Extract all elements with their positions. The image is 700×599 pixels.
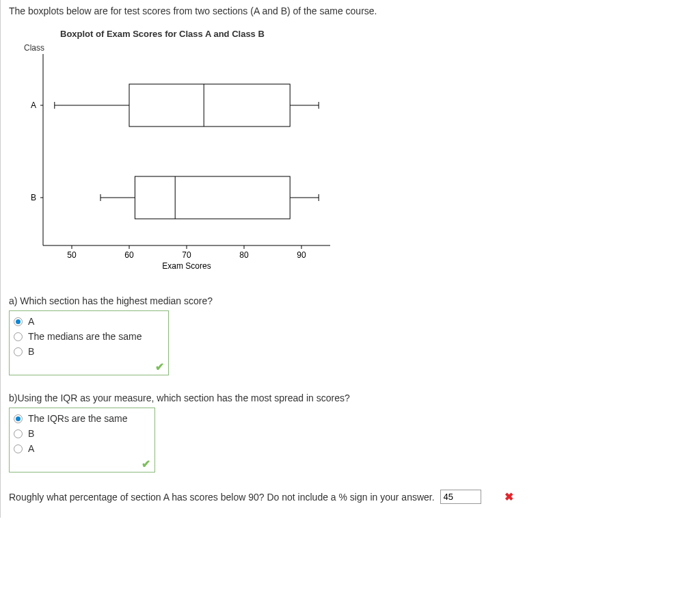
y-axis-label: Class	[24, 43, 692, 53]
option-row[interactable]: B	[14, 344, 164, 359]
option-label: B	[28, 428, 34, 439]
option-label: A	[28, 316, 34, 327]
radio-button[interactable]	[14, 444, 23, 453]
svg-text:80: 80	[239, 250, 249, 260]
question-a-prompt: a) Which section has the highest median …	[9, 295, 692, 306]
radio-button[interactable]	[14, 347, 23, 356]
radio-button[interactable]	[14, 414, 23, 423]
svg-text:50: 50	[67, 250, 77, 260]
svg-text:90: 90	[297, 250, 306, 260]
svg-rect-27	[135, 176, 290, 219]
option-row[interactable]: A	[14, 314, 164, 329]
option-label: A	[28, 443, 34, 454]
radio-button[interactable]	[14, 429, 23, 438]
intro-text: The boxplots below are for test scores f…	[9, 5, 692, 16]
svg-text:Exam Scores: Exam Scores	[162, 261, 211, 271]
question-c-input[interactable]	[440, 490, 481, 504]
option-label: The IQRs are the same	[28, 413, 128, 424]
radio-button[interactable]	[14, 317, 23, 326]
cross-icon: ✖	[504, 490, 513, 503]
option-label: The medians are the same	[28, 331, 142, 342]
radio-button[interactable]	[14, 332, 23, 341]
question-b-answer-box: The IQRs are the sameBA ✔	[9, 408, 155, 472]
svg-text:70: 70	[182, 250, 191, 260]
svg-text:60: 60	[124, 250, 134, 260]
option-label: B	[28, 346, 34, 357]
question-a-answer-box: AThe medians are the sameB ✔	[9, 310, 169, 375]
option-row[interactable]: The IQRs are the same	[14, 411, 150, 426]
checkmark-icon: ✔	[142, 458, 150, 470]
question-c: Roughly what percentage of section A has…	[9, 490, 692, 504]
svg-text:B: B	[31, 193, 36, 202]
question-c-prompt: Roughly what percentage of section A has…	[9, 492, 435, 503]
question-b: b)Using the IQR as your measure, which s…	[9, 392, 692, 472]
question-b-prompt: b)Using the IQR as your measure, which s…	[9, 392, 692, 403]
checkmark-icon: ✔	[155, 361, 164, 373]
boxplot-svg: 5060708090Exam ScoresAB	[23, 54, 337, 273]
option-row[interactable]: B	[14, 426, 150, 441]
question-a: a) Which section has the highest median …	[9, 295, 692, 375]
svg-rect-21	[129, 84, 290, 127]
option-row[interactable]: The medians are the same	[14, 329, 164, 344]
svg-text:A: A	[31, 101, 36, 110]
chart-title: Boxplot of Exam Scores for Class A and C…	[60, 29, 692, 39]
option-row[interactable]: A	[14, 441, 150, 456]
boxplot-chart: Boxplot of Exam Scores for Class A and C…	[23, 29, 692, 275]
